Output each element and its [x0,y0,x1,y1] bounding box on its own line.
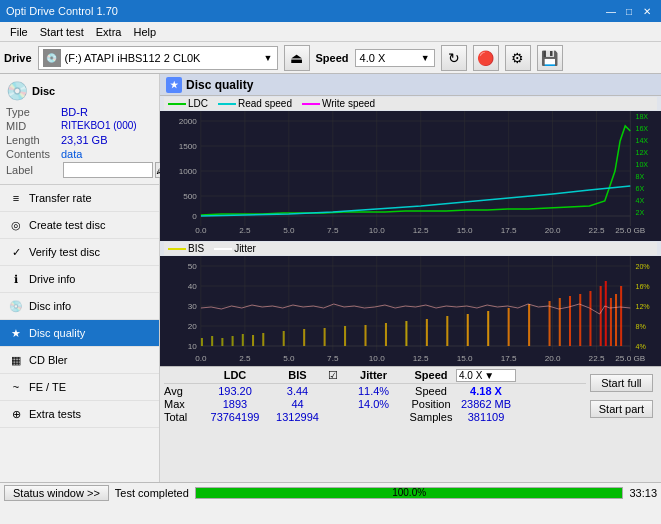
svg-text:12X: 12X [635,149,648,156]
disc-quality-title: Disc quality [186,78,253,92]
sidebar-item-disc-quality[interactable]: ★ Disc quality [0,320,159,347]
disc-length-label: Length [6,134,61,146]
avg-label: Avg [164,385,200,397]
disc-contents-row: Contents data [6,148,153,160]
svg-text:25.0 GB: 25.0 GB [615,226,645,235]
verify-test-disc-icon: ✓ [8,244,24,260]
extra-tests-icon: ⊕ [8,406,24,422]
svg-rect-84 [446,316,448,346]
svg-rect-87 [508,308,510,346]
save-button[interactable]: 💾 [537,45,563,71]
settings-button[interactable]: ⚙ [505,45,531,71]
start-part-button[interactable]: Start part [590,400,653,418]
max-ldc: 1893 [200,398,270,410]
sidebar-item-label: Disc quality [29,327,85,339]
svg-rect-89 [549,301,551,346]
stats-header-row: LDC BIS ☑ Jitter Speed 4.0 X ▼ [164,369,586,384]
svg-rect-76 [283,331,285,346]
burn-button[interactable]: 🔴 [473,45,499,71]
menu-file[interactable]: File [4,25,34,39]
speed-select[interactable]: 4.0 X ▼ [355,49,435,67]
max-row: Max 1893 44 14.0% Position 23862 MB [164,398,586,410]
top-legend: LDC Read speed Write speed [160,96,661,111]
svg-rect-85 [467,314,469,346]
maximize-button[interactable]: □ [621,3,637,19]
disc-section-icon: 💿 [6,80,28,102]
progress-bar-container: 100.0% [195,487,624,499]
sidebar-item-label: Disc info [29,300,71,312]
svg-text:14X: 14X [635,137,648,144]
svg-text:50: 50 [188,262,198,271]
sidebar-item-fe-te[interactable]: ~ FE / TE [0,374,159,401]
menubar: File Start test Extra Help [0,22,661,42]
disc-info-icon: 💿 [8,298,24,314]
svg-text:22.5: 22.5 [589,354,605,363]
disc-section: 💿 Disc Type BD-R MID RITEKBO1 (000) Leng… [0,74,159,185]
read-speed-dot [218,103,236,105]
svg-rect-86 [487,311,489,346]
disc-contents-label: Contents [6,148,61,160]
svg-text:7.5: 7.5 [327,226,339,235]
svg-rect-97 [615,294,617,346]
titlebar-controls: — □ ✕ [603,3,655,19]
sidebar-item-extra-tests[interactable]: ⊕ Extra tests [0,401,159,428]
drive-icon: 💿 [43,49,61,67]
minimize-button[interactable]: — [603,3,619,19]
speed-label: Speed [316,52,349,64]
drive-label: Drive [4,52,32,64]
svg-text:16X: 16X [635,125,648,132]
svg-text:25.0 GB: 25.0 GB [615,354,645,363]
disc-type-value: BD-R [61,106,88,118]
svg-text:20.0: 20.0 [545,354,561,363]
sidebar-item-cd-bler[interactable]: ▦ CD Bler [0,347,159,374]
disc-label-input[interactable] [63,162,153,178]
svg-text:500: 500 [183,192,197,201]
eject-button[interactable]: ⏏ [284,45,310,71]
avg-bis: 3.44 [270,385,325,397]
svg-text:12.5: 12.5 [413,354,429,363]
disc-contents-value: data [61,148,82,160]
svg-rect-82 [405,321,407,346]
menu-extra[interactable]: Extra [90,25,128,39]
speed-select-arrow: ▼ [484,370,494,381]
svg-rect-0 [160,111,661,241]
stats-table: LDC BIS ☑ Jitter Speed 4.0 X ▼ [164,369,657,423]
total-row: Total 73764199 1312994 Samples 381109 [164,411,586,423]
disc-section-title: Disc [32,85,55,97]
menu-help[interactable]: Help [127,25,162,39]
max-position: 23862 MB [456,398,516,410]
svg-rect-74 [252,335,254,346]
sidebar-item-label: Extra tests [29,408,81,420]
svg-text:40: 40 [188,282,198,291]
position-label: Position [406,398,456,410]
sidebar: 💿 Disc Type BD-R MID RITEKBO1 (000) Leng… [0,74,160,482]
status-window-button[interactable]: Status window >> [4,485,109,501]
refresh-button[interactable]: ↻ [441,45,467,71]
svg-rect-69 [201,338,203,346]
sidebar-item-disc-info[interactable]: 💿 Disc info [0,293,159,320]
speed-select-inner[interactable]: 4.0 X ▼ [456,369,516,382]
legend-read-speed: Read speed [218,98,292,109]
ldc-dot [168,103,186,105]
svg-rect-78 [324,328,326,346]
samples-label: Samples [406,411,456,423]
disc-length-row: Length 23,31 GB [6,134,153,146]
svg-text:20: 20 [188,322,198,331]
svg-text:20%: 20% [635,263,650,270]
bis-dot [168,248,186,250]
sidebar-item-transfer-rate[interactable]: ≡ Transfer rate [0,185,159,212]
start-full-button[interactable]: Start full [590,374,653,392]
svg-rect-79 [344,326,346,346]
fe-te-icon: ~ [8,379,24,395]
main-layout: 💿 Disc Type BD-R MID RITEKBO1 (000) Leng… [0,74,661,482]
sidebar-item-create-test-disc[interactable]: ◎ Create test disc [0,212,159,239]
speed-select-header[interactable]: 4.0 X ▼ [456,369,516,382]
checkbox-jitter[interactable]: ☑ [325,369,341,382]
drive-select[interactable]: 💿 (F:) ATAPI iHBS112 2 CL0K ▼ [38,46,278,70]
sidebar-item-drive-info[interactable]: ℹ Drive info [0,266,159,293]
menu-start-test[interactable]: Start test [34,25,90,39]
svg-rect-90 [559,298,561,346]
sidebar-item-verify-test-disc[interactable]: ✓ Verify test disc [0,239,159,266]
sidebar-item-label: Create test disc [29,219,105,231]
close-button[interactable]: ✕ [639,3,655,19]
